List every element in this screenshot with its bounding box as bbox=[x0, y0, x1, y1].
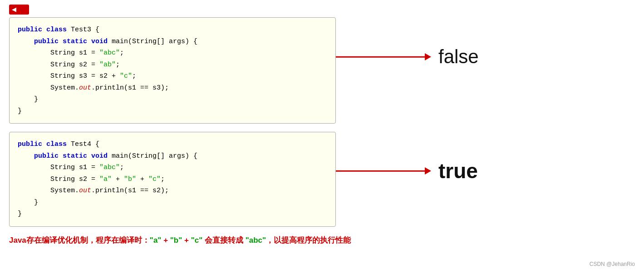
class-name2: Test4 { bbox=[71, 140, 99, 148]
indent2: String s1 = bbox=[18, 49, 99, 57]
str-c: "c" bbox=[120, 72, 132, 80]
keyword-class: class bbox=[46, 26, 71, 34]
keyword-void: void bbox=[91, 38, 112, 45]
close-brace3: } bbox=[18, 199, 38, 206]
code2-line-1: public class Test4 { bbox=[18, 139, 327, 150]
note-prefix: Java存在编译优化机制，程序在编译时： bbox=[9, 236, 150, 245]
kw-void: void bbox=[91, 152, 112, 160]
result-true: true bbox=[438, 159, 478, 183]
code-line-1-7: } bbox=[18, 94, 327, 105]
code-line-1-5: String s3 = s2 + "c"; bbox=[18, 70, 327, 82]
str-a: "a" bbox=[99, 175, 112, 183]
plus2: + bbox=[136, 175, 148, 183]
indent4: String s3 = s2 + bbox=[18, 72, 120, 80]
code-line-1-1: public class Test3 { bbox=[18, 24, 327, 36]
note-plus1: + bbox=[161, 236, 170, 245]
code-block-1: public class Test3 { public static void … bbox=[9, 17, 336, 124]
code-line-1-2: public static void main(String[] args) { bbox=[18, 36, 327, 48]
str-b: "b" bbox=[124, 175, 136, 183]
indent bbox=[18, 152, 34, 160]
kw-public2: public bbox=[34, 152, 63, 160]
result-false: false bbox=[438, 46, 479, 68]
note-str2: "b" bbox=[170, 236, 182, 245]
str-ab: "ab" bbox=[99, 61, 116, 69]
close-brace1: } bbox=[18, 95, 38, 103]
code-line-1-8: } bbox=[18, 105, 327, 117]
code2-line-6: } bbox=[18, 197, 327, 209]
code-block-2: public class Test4 { public static void … bbox=[9, 132, 336, 227]
code2-line-7: } bbox=[18, 208, 327, 220]
plus1: + bbox=[112, 175, 124, 183]
kw-public: public bbox=[18, 140, 46, 148]
str-c2: "c" bbox=[148, 175, 161, 183]
keyword-public2: public bbox=[34, 38, 63, 45]
code-section-1: public class Test3 { public static void … bbox=[9, 17, 635, 124]
code2-line-3: String s1 = "abc"; bbox=[18, 162, 327, 174]
keyword-static: static bbox=[63, 38, 91, 45]
close-brace4: } bbox=[18, 210, 22, 218]
code2-line-4: String s2 = "a" + "b" + "c"; bbox=[18, 174, 327, 185]
kw-static: static bbox=[63, 152, 91, 160]
watermark: CSDN @JehanRio bbox=[590, 261, 635, 267]
indent5: System. bbox=[18, 84, 79, 92]
close-brace2: } bbox=[18, 107, 22, 115]
bottom-note: Java存在编译优化机制，程序在编译时："a" + "b" + "c" 会直接转… bbox=[9, 235, 635, 245]
note-result: "abc" bbox=[246, 236, 266, 245]
indent3: String s2 = bbox=[18, 61, 99, 69]
kw-class: class bbox=[46, 140, 71, 148]
out-keyword: out bbox=[79, 84, 91, 92]
code-line-1-4: String s2 = "ab"; bbox=[18, 59, 327, 71]
code-line-1-3: String s1 = "abc"; bbox=[18, 47, 327, 59]
println2: .println(s1 == s2); bbox=[91, 187, 169, 195]
code-section-2: public class Test4 { public static void … bbox=[9, 132, 635, 227]
note-suffix: 会直接转成 bbox=[202, 236, 245, 245]
out-keyword2: out bbox=[79, 187, 91, 195]
indent3: String s2 = bbox=[18, 175, 99, 183]
code2-line-5: System.out.println(s1 == s2); bbox=[18, 185, 327, 197]
note-str1: "a" bbox=[150, 236, 162, 245]
note-plus2: + bbox=[182, 236, 191, 245]
indent bbox=[18, 38, 34, 45]
indent2: String s1 = bbox=[18, 164, 99, 171]
str-abc2: "abc" bbox=[99, 164, 120, 171]
indent4: System. bbox=[18, 187, 79, 195]
note-str3: "c" bbox=[191, 236, 203, 245]
println: .println(s1 == s3); bbox=[91, 84, 169, 92]
semicolon2: ; bbox=[116, 61, 120, 69]
keyword-public: public bbox=[18, 26, 46, 34]
semi2: ; bbox=[161, 175, 165, 183]
semicolon3: ; bbox=[132, 72, 136, 80]
semi: ; bbox=[120, 164, 124, 171]
code-line-1-6: System.out.println(s1 == s3); bbox=[18, 82, 327, 94]
method-sig2: main(String[] args) { bbox=[112, 152, 197, 160]
class-name: Test3 { bbox=[71, 26, 99, 34]
semicolon: ; bbox=[120, 49, 124, 57]
code2-line-2: public static void main(String[] args) { bbox=[18, 150, 327, 162]
method-sig: main(String[] args) { bbox=[112, 38, 197, 45]
str-abc: "abc" bbox=[99, 49, 120, 57]
note-suffix2: ，以提高程序的执行性能 bbox=[266, 236, 351, 245]
